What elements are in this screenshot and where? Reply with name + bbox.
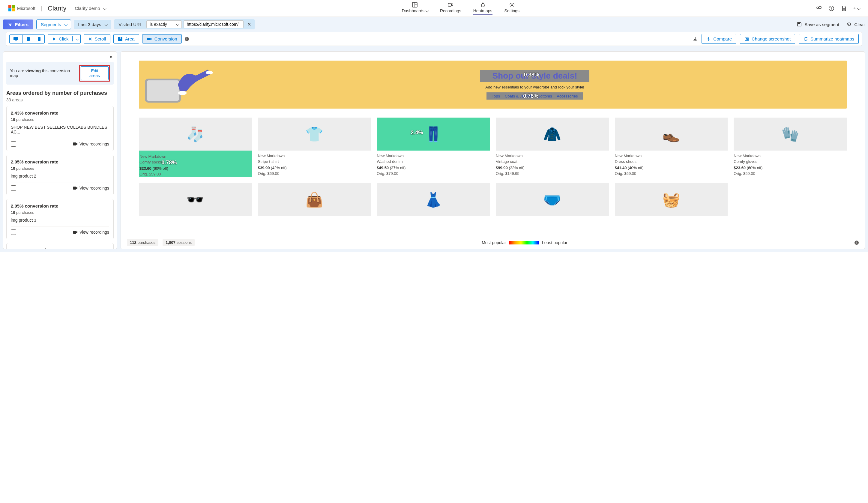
filter-section: Filters Segments Last 3 days Visited URL… xyxy=(0,17,868,48)
play-icon xyxy=(52,37,56,41)
project-dropdown[interactable]: Clarity demo xyxy=(75,6,105,11)
click-mode-button[interactable]: Click xyxy=(48,34,81,43)
area-label: SHOP NEW BEST SELLERS COLLABS BUNDLES AC… xyxy=(11,125,109,134)
area-mode-button[interactable]: Area xyxy=(113,34,139,43)
device-tablet-button[interactable] xyxy=(22,35,34,43)
product-image[interactable]: 👜 xyxy=(258,183,371,216)
viewing-text: You are viewing this conversion map xyxy=(10,68,79,78)
copy-icon[interactable] xyxy=(11,141,16,147)
svg-point-27 xyxy=(151,38,152,40)
viewing-banner: You are viewing this conversion map Edit… xyxy=(6,62,114,85)
product-card[interactable]: 🧦 New Markdown Comfy socks $23.60 (60% o… xyxy=(139,117,252,177)
clear-filters-button[interactable]: Clear xyxy=(846,22,865,27)
fire-icon xyxy=(480,2,486,8)
hero-link[interactable]: Bottoms xyxy=(538,94,552,99)
segments-button[interactable]: Segments xyxy=(36,20,71,29)
hero-illustration xyxy=(145,66,217,103)
area-purchases: 10 purchases xyxy=(11,210,109,215)
product-image[interactable]: 🧺 xyxy=(615,183,728,216)
info-icon[interactable]: i xyxy=(185,37,189,41)
save-segment-button[interactable]: Save as segment xyxy=(797,22,839,27)
copy-icon[interactable] xyxy=(11,229,16,235)
scroll-mode-button[interactable]: Scroll xyxy=(84,34,111,43)
area-rate: 2.05% conversion rate xyxy=(11,203,109,208)
area-card[interactable]: 2.43% conversion rate 10 purchases SHOP … xyxy=(6,106,114,151)
svg-rect-18 xyxy=(15,41,17,41)
svg-rect-31 xyxy=(73,187,76,189)
product-image[interactable]: 🩲 xyxy=(496,183,609,216)
document-icon[interactable] xyxy=(841,6,847,11)
svg-text:?: ? xyxy=(830,7,832,10)
view-recordings-button[interactable]: View recordings xyxy=(73,186,109,191)
product-image[interactable]: 👗 xyxy=(377,183,490,216)
chevron-down-icon xyxy=(857,6,860,11)
product-card[interactable]: 🧥 New Markdown Vintage coat $99.99 (33% … xyxy=(496,117,609,177)
areas-count: 33 areas xyxy=(6,97,114,102)
url-operator-select[interactable]: is exactly xyxy=(146,20,182,28)
product-image: 👞 xyxy=(615,117,728,151)
hero-link[interactable]: Tops xyxy=(492,94,500,99)
video-icon xyxy=(447,2,454,8)
svg-rect-32 xyxy=(73,230,76,234)
highlight-annotation: Edit areas xyxy=(79,65,110,82)
device-toggle-group xyxy=(9,34,45,43)
product-card[interactable]: 👖 2.4% New Markdown Washed denim $49.50 … xyxy=(377,117,490,177)
product-card[interactable]: 👕 New Markdown Stripe t-shirt $39.90 (42… xyxy=(258,117,371,177)
change-screenshot-button[interactable]: Change screenshot xyxy=(740,34,795,44)
area-purchases: 10 purchases xyxy=(11,117,109,122)
heatmap-canvas[interactable]: Shop our style deals! 0.38% Add new esse… xyxy=(121,52,865,236)
area-purchases: 10 purchases xyxy=(11,166,109,171)
view-recordings-button[interactable]: View recordings xyxy=(73,142,109,146)
url-value-input[interactable] xyxy=(184,20,244,28)
chevron-down-icon xyxy=(103,6,106,11)
product-image: 🧥 xyxy=(496,117,609,151)
svg-rect-3 xyxy=(448,3,452,6)
area-card[interactable]: 12.50% conversion rate xyxy=(6,243,114,249)
product-card[interactable]: 👞 New Markdown Dress shoes $41.40 (40% o… xyxy=(615,117,728,177)
filters-button[interactable]: Filters xyxy=(3,20,33,29)
tab-recordings[interactable]: Recordings xyxy=(440,2,461,15)
svg-rect-17 xyxy=(13,37,18,40)
hero-title-heatzone: Shop our style deals! 0.38% xyxy=(480,70,589,82)
video-icon xyxy=(73,186,78,190)
purchases-stat: 112 purchases xyxy=(127,239,158,246)
tab-settings[interactable]: Settings xyxy=(505,2,520,15)
chevron-down-icon xyxy=(72,36,78,41)
view-recordings-button[interactable]: View recordings xyxy=(73,230,109,235)
tab-heatmaps[interactable]: Heatmaps xyxy=(473,2,493,15)
area-label: img product 3 xyxy=(11,218,109,223)
filter-icon xyxy=(8,22,13,27)
product-image: 🧦 xyxy=(139,117,252,151)
device-mobile-button[interactable] xyxy=(34,35,44,43)
summarize-button[interactable]: Summarize heatmaps xyxy=(799,34,859,44)
collapse-sidebar-icon[interactable]: « xyxy=(110,54,113,59)
tab-dashboards[interactable]: Dashboards xyxy=(402,2,428,15)
header-divider: | xyxy=(41,5,42,12)
feedback-icon[interactable] xyxy=(816,6,822,11)
svg-rect-19 xyxy=(27,37,30,41)
heat-percentage: 0.78% xyxy=(523,93,538,99)
hero-links-heatzone: Tops Coats & Jackets Bottoms Accessories… xyxy=(486,92,583,100)
compare-button[interactable]: Compare xyxy=(702,34,736,44)
remove-filter-icon[interactable]: ✕ xyxy=(245,22,253,27)
copy-icon[interactable] xyxy=(11,185,16,191)
help-icon[interactable]: ? xyxy=(828,6,834,11)
area-rate: 2.43% conversion rate xyxy=(11,110,109,115)
area-card[interactable]: 2.05% conversion rate 10 purchases img p… xyxy=(6,155,114,195)
user-menu[interactable] xyxy=(854,6,860,11)
svg-point-5 xyxy=(817,7,818,9)
download-icon[interactable] xyxy=(693,36,698,42)
svg-point-4 xyxy=(511,4,513,6)
conversion-mode-button[interactable]: Conversion xyxy=(142,34,182,43)
undo-icon xyxy=(846,22,852,27)
product-image[interactable]: 🕶️ xyxy=(139,183,252,216)
date-range-pill[interactable]: Last 3 days xyxy=(74,20,112,29)
info-icon[interactable]: i xyxy=(855,240,859,245)
product-card[interactable]: 🧤 New Markdown Comfy gloves $23.60 (60% … xyxy=(734,117,847,177)
device-desktop-button[interactable] xyxy=(10,35,22,43)
svg-rect-23 xyxy=(118,37,120,39)
area-card[interactable]: 2.05% conversion rate 10 purchases img p… xyxy=(6,199,114,239)
hero-link[interactable]: Accessories xyxy=(557,94,578,99)
edit-areas-button[interactable]: Edit areas xyxy=(81,66,108,80)
brand-label: Microsoft xyxy=(17,6,35,11)
